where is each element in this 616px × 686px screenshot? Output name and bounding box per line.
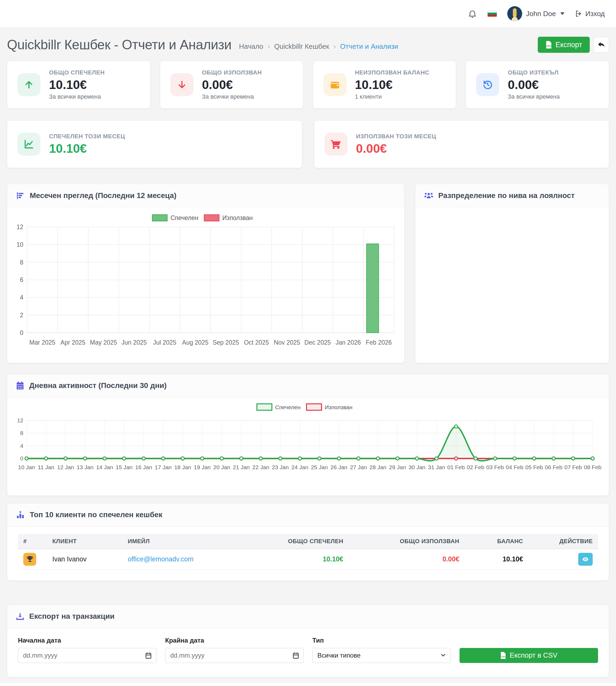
svg-text:Apr 2025: Apr 2025 — [61, 339, 86, 346]
user-menu[interactable]: John Doe — [507, 6, 564, 21]
svg-text:16 Jan: 16 Jan — [135, 464, 152, 470]
breadcrumb-separator: › — [268, 42, 270, 51]
monthly-bar-chart: 024681012Mar 2025Apr 2025May 2025Jun 202… — [7, 207, 404, 363]
notifications-bell-icon[interactable] — [467, 9, 477, 19]
svg-text:Feb 2026: Feb 2026 — [366, 339, 392, 346]
col-used: ОБЩО ИЗПОЛЗВАН — [349, 534, 465, 549]
start-date-input[interactable] — [18, 648, 156, 663]
svg-text:06 Feb: 06 Feb — [545, 464, 563, 470]
svg-text:12 Jan: 12 Jan — [57, 464, 74, 470]
svg-text:28 Jan: 28 Jan — [370, 464, 387, 470]
view-client-button[interactable] — [578, 553, 593, 566]
svg-text:Sep 2025: Sep 2025 — [213, 339, 239, 346]
svg-text:21 Jan: 21 Jan — [233, 464, 250, 470]
top-clients-panel: Топ 10 клиенти по спечелен кешбек # КЛИЕ… — [7, 503, 609, 581]
svg-text:22 Jan: 22 Jan — [252, 464, 269, 470]
svg-text:19 Jan: 19 Jan — [194, 464, 211, 470]
breadcrumb-separator: › — [333, 42, 336, 51]
avatar — [507, 6, 522, 21]
svg-text:Nov 2025: Nov 2025 — [274, 339, 300, 346]
svg-text:03 Feb: 03 Feb — [486, 464, 504, 470]
language-flag-bulgaria[interactable] — [487, 10, 497, 17]
svg-text:0: 0 — [20, 455, 23, 461]
breadcrumb-current: Отчети и Анализи — [340, 42, 398, 51]
svg-text:8: 8 — [20, 259, 23, 266]
user-name: John Doe — [526, 10, 556, 18]
monthly-overview-panel: Месечен преглед (Последни 12 месеца) 024… — [7, 184, 404, 363]
wallet-icon — [324, 73, 347, 96]
svg-text:CSV: CSV — [546, 45, 551, 47]
trophy-icon — [23, 553, 36, 566]
bar-chart-icon — [16, 191, 25, 200]
svg-text:12: 12 — [17, 417, 23, 423]
svg-text:Използван: Използван — [222, 214, 253, 221]
client-name: Ivan Ivanov — [47, 549, 122, 570]
loyalty-distribution-panel: Разпределение по нива на лоялност — [415, 184, 609, 363]
export-transactions-panel: Експорт на транзакции Начална дата Крайн… — [7, 605, 609, 677]
panel-title: Дневна активност (Последни 30 дни) — [29, 381, 167, 390]
history-icon — [476, 73, 499, 96]
end-date-input[interactable] — [165, 648, 304, 663]
svg-text:01 Feb: 01 Feb — [447, 464, 465, 470]
type-select[interactable]: Всички типове — [312, 648, 451, 663]
download-icon — [16, 612, 24, 621]
svg-text:13 Jan: 13 Jan — [76, 464, 93, 470]
client-email-link[interactable]: office@lemonadv.com — [128, 555, 194, 563]
table-row: Ivan Ivanov office@lemonadv.com 10.10€ 0… — [18, 549, 598, 570]
svg-text:07 Feb: 07 Feb — [564, 464, 582, 470]
svg-text:0: 0 — [20, 329, 23, 336]
col-rank: # — [18, 534, 47, 549]
export-csv-button[interactable]: CSV Експорт в CSV — [460, 648, 598, 663]
panel-title: Топ 10 клиенти по спечелен кешбек — [30, 510, 162, 519]
panel-title: Месечен преглед (Последни 12 месеца) — [30, 191, 176, 200]
breadcrumb-home[interactable]: Начало — [239, 42, 263, 51]
svg-text:11 Jan: 11 Jan — [38, 464, 54, 470]
svg-text:Aug 2025: Aug 2025 — [182, 339, 208, 346]
arrow-down-icon — [170, 73, 194, 96]
svg-text:Спечелен: Спечелен — [275, 404, 301, 410]
page-title: Quickbillr Кешбек - Отчети и Анализи — [7, 37, 232, 52]
topbar: John Doe Изход — [0, 0, 616, 28]
breadcrumb: Начало › Quickbillr Кешбек › Отчети и Ан… — [239, 42, 398, 51]
stat-card-total-earned: ОБЩО СПЕЧЕЛЕН 10.10€ За всички времена — [7, 61, 150, 109]
stats-row: ОБЩО СПЕЧЕЛЕН 10.10€ За всички времена О… — [7, 61, 609, 109]
svg-text:15 Jan: 15 Jan — [116, 464, 133, 470]
loyalty-chart-empty — [415, 207, 609, 362]
table-header-row: # КЛИЕНТ ИМЕЙЛ ОБЩО СПЕЧЕЛЕН ОБЩО ИЗПОЛЗ… — [18, 534, 598, 549]
month-stats-row: СПЕЧЕЛЕН ТОЗИ МЕСЕЦ 10.10€ ИЗПОЛЗВАН ТОЗ… — [7, 120, 609, 168]
col-client: КЛИЕНТ — [47, 534, 122, 549]
svg-text:23 Jan: 23 Jan — [272, 464, 289, 470]
daily-line-chart: 0481210 Jan11 Jan12 Jan13 Jan14 Jan15 Ja… — [7, 397, 609, 495]
col-action: ДЕЙСТВИЕ — [528, 534, 598, 549]
panel-title: Експорт на транзакции — [29, 612, 114, 621]
users-icon — [424, 191, 434, 200]
client-balance: 10.10€ — [465, 549, 528, 570]
svg-text:May 2025: May 2025 — [90, 339, 117, 346]
svg-text:Спечелен: Спечелен — [170, 214, 198, 221]
calendar-icon — [16, 381, 24, 390]
svg-text:4: 4 — [20, 294, 23, 301]
svg-text:30 Jan: 30 Jan — [409, 464, 425, 470]
svg-text:02 Feb: 02 Feb — [467, 464, 484, 470]
breadcrumb-section[interactable]: Quickbillr Кешбек — [274, 42, 329, 51]
svg-text:10 Jan: 10 Jan — [18, 464, 35, 470]
daily-activity-panel: Дневна активност (Последни 30 дни) 04812… — [7, 374, 609, 496]
svg-text:Jul 2025: Jul 2025 — [153, 339, 176, 346]
stat-card-earned-this-month: СПЕЧЕЛЕН ТОЗИ МЕСЕЦ 10.10€ — [7, 120, 302, 168]
svg-text:Jan 2026: Jan 2026 — [335, 339, 361, 346]
svg-text:25 Jan: 25 Jan — [311, 464, 328, 470]
back-button[interactable] — [594, 37, 609, 52]
svg-text:08 Feb: 08 Feb — [584, 464, 601, 470]
col-earned: ОБЩО СПЕЧЕЛЕН — [267, 534, 349, 549]
svg-text:31 Jan: 31 Jan — [428, 464, 445, 470]
logout-button[interactable]: Изход — [575, 10, 605, 18]
svg-text:10: 10 — [16, 241, 23, 248]
stat-card-used-this-month: ИЗПОЛЗВАН ТОЗИ МЕСЕЦ 0.00€ — [314, 120, 609, 168]
chevron-down-icon — [560, 12, 565, 15]
client-used: 0.00€ — [349, 549, 465, 570]
svg-text:2: 2 — [20, 312, 23, 318]
svg-text:18 Jan: 18 Jan — [174, 464, 191, 470]
svg-text:14 Jan: 14 Jan — [96, 464, 113, 470]
stat-card-total-used: ОБЩО ИЗПОЛЗВАН 0.00€ За всички времена — [160, 61, 303, 109]
export-button[interactable]: CSV Експорт — [538, 37, 590, 53]
